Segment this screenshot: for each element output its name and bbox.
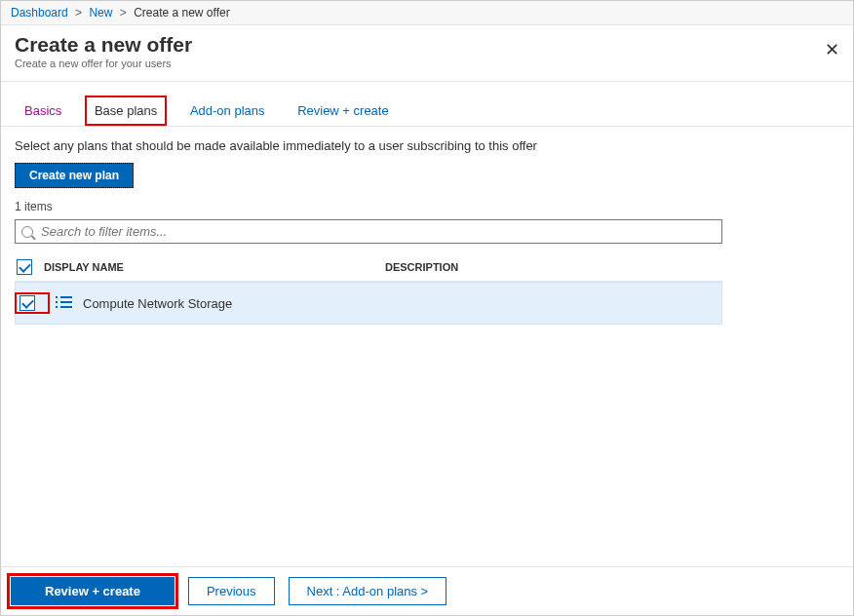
column-display-name[interactable]: DISPLAY NAME — [44, 261, 385, 273]
breadcrumb-new[interactable]: New — [89, 6, 112, 19]
tabs: Basics Base plans Add-on plans Review + … — [1, 82, 853, 127]
footer: Review + create Previous Next : Add-on p… — [1, 566, 853, 615]
next-button[interactable]: Next : Add-on plans > — [289, 577, 447, 605]
table-header: DISPLAY NAME DESCRIPTION — [15, 253, 722, 282]
row-name: Compute Network Storage — [83, 296, 424, 311]
search-icon — [21, 226, 33, 238]
breadcrumb: Dashboard > New > Create a new offer — [1, 1, 853, 25]
review-create-button[interactable]: Review + create — [11, 577, 175, 605]
breadcrumb-current: Create a new offer — [134, 6, 230, 19]
plans-table: DISPLAY NAME DESCRIPTION Compute Network… — [15, 253, 722, 325]
tab-review-create[interactable]: Review + create — [288, 96, 399, 126]
search-input[interactable] — [15, 219, 722, 244]
breadcrumb-dashboard[interactable]: Dashboard — [11, 6, 68, 19]
tab-base-plans[interactable]: Base plans — [85, 96, 167, 126]
header: Create a new offer Create a new offer fo… — [1, 25, 853, 82]
table-row[interactable]: Compute Network Storage — [15, 282, 722, 325]
row-checkbox-highlight — [15, 292, 50, 314]
plan-list-icon — [56, 296, 73, 310]
page-title: Create a new offer — [15, 33, 839, 57]
column-description[interactable]: DESCRIPTION — [385, 261, 458, 273]
chevron-right-icon: > — [75, 6, 82, 19]
close-icon[interactable]: ✕ — [825, 39, 839, 60]
chevron-right-icon: > — [120, 6, 127, 19]
select-all-checkbox[interactable] — [17, 259, 32, 275]
instruction-text: Select any plans that should be made ava… — [1, 127, 853, 163]
create-new-plan-button[interactable]: Create new plan — [15, 163, 134, 188]
page-subtitle: Create a new offer for your users — [15, 58, 839, 69]
item-count: 1 items — [1, 188, 853, 219]
tab-basics[interactable]: Basics — [15, 96, 71, 126]
search-wrap — [15, 219, 839, 244]
row-checkbox[interactable] — [19, 295, 35, 311]
tab-addon-plans[interactable]: Add-on plans — [180, 96, 275, 126]
previous-button[interactable]: Previous — [188, 577, 275, 605]
